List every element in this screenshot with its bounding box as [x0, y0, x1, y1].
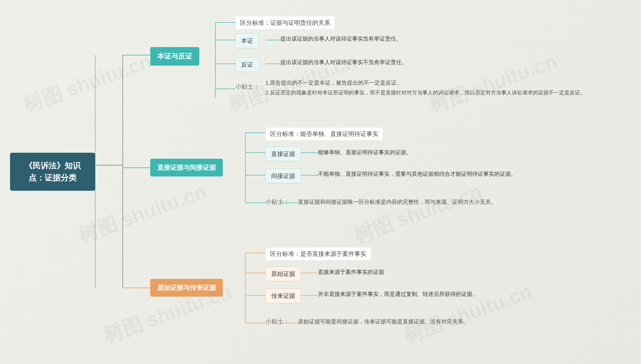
- watermark-3: 树图 shuitu.cn: [425, 48, 561, 119]
- tip1-line2: 2.反证否定的现象是针对本证所证明的事实，而不是直接针对对方当事人的诉讼请求，用…: [265, 89, 585, 96]
- tip-label-2: 小贴士：: [265, 198, 289, 206]
- bz-desc: 提出该证据的当事人对该待证事实负有举证责任。: [280, 35, 402, 43]
- standard-3: 区分标准：是否直接来源于案件事实: [265, 247, 371, 261]
- clzj-desc: 并非直接来源于案件事实，而是通过复制、转述后所获得的证据。: [318, 290, 478, 298]
- tip-label-3: 小贴士：: [265, 317, 289, 325]
- branch-node-2: 直接证据与间接证据: [150, 159, 223, 176]
- watermark-7: 树图 shuitu.cn: [400, 278, 536, 349]
- connector-lines: [0, 0, 641, 364]
- root-node: 《民诉法》知识点：证据分类: [10, 153, 95, 191]
- standard-1: 区分标准：证据与证明责任的关系: [235, 16, 335, 30]
- bz-node: 本证: [235, 34, 259, 48]
- zjzj-desc: 能够单独、直接证明待证事实的证据。: [318, 149, 412, 156]
- tip1-line1: 1.原告提出的不一定是本证，被告提出的不一定是反证。: [265, 79, 402, 87]
- yszj-node: 原始证据: [265, 267, 301, 281]
- branch-node-1: 本证与反证: [150, 47, 199, 66]
- clzj-node: 传来证据: [265, 289, 301, 303]
- yszj-desc: 直接来源于案件事实的证据: [318, 268, 384, 276]
- tip3-text: 原始证据可能是间接证据，传来证据可能是直接证据。没有对应关系。: [298, 318, 469, 325]
- watermark-1: 树图 shuitu.cn: [20, 48, 155, 119]
- zjzj-node: 直接证据: [265, 147, 301, 161]
- canvas: 树图 shuitu.cn 树图 shuitu.cn 树图 shuitu.cn 树…: [0, 0, 641, 364]
- jjzj-desc: 不能单独、直接证明待证事实，需要与其他证据相结合才能证明待证事实的证据。: [318, 170, 516, 178]
- tip-label-1: 小贴士：: [235, 83, 259, 91]
- tip2-text: 直接证据和间接证据唯一区分标准是内容的完整性，而与来源、证明力大小无关。: [298, 198, 496, 206]
- fz-node: 反证: [235, 57, 259, 72]
- standard-2: 区分标准：能否单独、直接证明待证事实: [265, 127, 383, 141]
- fz-desc: 提出该证据的当事人对该待证事实不负有举证责任。: [280, 59, 407, 66]
- branch-node-3: 原始证据与传来证据: [150, 279, 223, 297]
- watermark-5: 树图 shuitu.cn: [350, 178, 486, 249]
- jjzj-node: 间接证据: [265, 169, 301, 183]
